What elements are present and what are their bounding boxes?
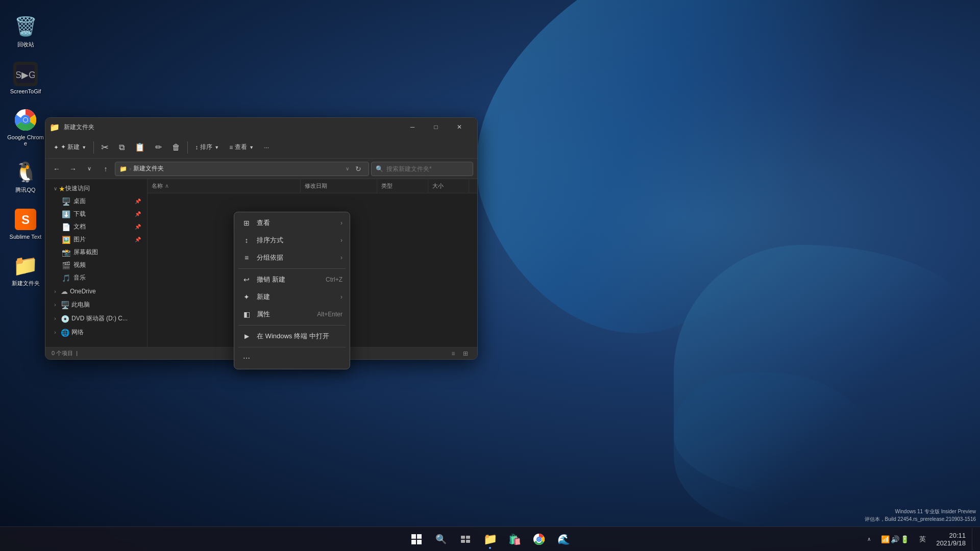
new-icon: ✦ <box>54 144 59 151</box>
documents-folder-icon: 📄 <box>62 223 70 231</box>
taskbar-tray-icons[interactable]: ∧ <box>863 534 875 544</box>
title-bar-controls: ─ □ ✕ <box>401 119 471 135</box>
address-folder-icon: 📁 <box>119 165 127 172</box>
view-icon: ≡ <box>229 144 233 151</box>
maximize-button[interactable]: □ <box>424 119 448 135</box>
new-dropdown-icon: ▼ <box>82 145 86 150</box>
dvd-header[interactable]: › 💿 DVD 驱动器 (D:) C... <box>47 312 145 325</box>
explorer-nav-bar: ← → ∨ ↑ 📁 › 新建文件夹 ∨ ↻ 🔍 <box>45 159 477 179</box>
ctx-terminal-icon: ▶ <box>241 331 252 341</box>
taskbar-taskview-button[interactable] <box>454 528 477 550</box>
desktop-icon-sublime[interactable]: S Sublime Text <box>5 203 46 244</box>
sidebar-item-videos[interactable]: 🎬 视频 <box>47 259 145 271</box>
this-pc-chevron: › <box>52 302 59 308</box>
pin-icon-documents: 📌 <box>135 224 141 230</box>
ctx-view-item[interactable]: ⊞ 查看 › <box>236 214 348 232</box>
col-name-header[interactable]: 名称 ∧ <box>148 179 301 193</box>
svg-rect-12 <box>417 540 422 544</box>
address-path: 新建文件夹 <box>133 164 164 173</box>
taskbar-search-button[interactable]: 🔍 <box>430 528 452 550</box>
title-bar-left: 📁 新建文件夹 <box>50 122 94 132</box>
quick-access-header[interactable]: ∨ ★ 快速访问 <box>47 182 145 195</box>
ctx-more-options-item[interactable]: ⋯ <box>236 349 348 367</box>
list-view-button[interactable]: ≡ <box>448 349 459 358</box>
search-input[interactable] <box>386 165 469 172</box>
taskbar-clock[interactable]: 20:11 2021/9/18 <box>932 531 970 548</box>
view-dropdown-icon: ▼ <box>249 145 254 150</box>
this-pc-label: 此电脑 <box>71 300 141 309</box>
grid-view-button[interactable]: ⊞ <box>460 349 471 358</box>
view-button[interactable]: ≡ 查看 ▼ <box>225 141 258 154</box>
sort-button[interactable]: ↕ 排序 ▼ <box>191 141 223 154</box>
ctx-group-arrow: › <box>340 254 342 261</box>
explorer-sidebar: ∨ ★ 快速访问 🖥️ 桌面 📌 ⬇️ 下载 📌 <box>45 179 148 347</box>
taskbar-fileexplorer-button[interactable]: 📁 <box>479 528 501 550</box>
up-button[interactable]: ↑ <box>99 162 113 176</box>
taskbar-store-button[interactable]: 🛍️ <box>503 528 526 550</box>
sidebar-item-screenshots[interactable]: 📸 屏幕截图 <box>47 246 145 259</box>
network-header[interactable]: › 🌐 网络 <box>47 326 145 339</box>
desktop-icon-new-folder[interactable]: 📁 新建文件夹 <box>5 249 46 291</box>
ctx-sort-item[interactable]: ↕ 排序方式 › <box>236 232 348 249</box>
back-button[interactable]: ← <box>50 162 64 176</box>
sidebar-item-desktop[interactable]: 🖥️ 桌面 📌 <box>47 195 145 208</box>
new-button[interactable]: ✦ ✦ 新建 ▼ <box>50 141 90 154</box>
search-bar[interactable]: 🔍 <box>371 162 473 176</box>
col-type-header[interactable]: 类型 <box>377 179 428 193</box>
address-bar[interactable]: 📁 › 新建文件夹 ∨ ↻ <box>115 162 369 176</box>
network-label: 网络 <box>71 328 141 337</box>
taskbar-edge-button[interactable]: 🌊 <box>552 528 575 550</box>
taskbar-language[interactable]: 英 <box>915 533 930 546</box>
more-button[interactable]: ··· <box>260 142 273 153</box>
ctx-properties-item[interactable]: ◧ 属性 Alt+Enter <box>236 306 348 323</box>
close-button[interactable]: ✕ <box>448 119 471 135</box>
taskbar-chrome-button[interactable] <box>528 528 550 550</box>
sidebar-item-pictures[interactable]: 🖼️ 图片 📌 <box>47 233 145 246</box>
refresh-button[interactable]: ↻ <box>352 163 364 175</box>
explorer-title-icon: 📁 <box>50 122 60 132</box>
desktop-icon-qq[interactable]: 🐧 腾讯QQ <box>5 156 46 198</box>
svg-rect-10 <box>417 534 422 539</box>
taskbar-network-icon[interactable]: 📶 🔊 🔋 <box>877 533 913 545</box>
onedrive-label: OneDrive <box>70 288 141 295</box>
ctx-terminal-item[interactable]: ▶ 在 Windows 终端 中打开 <box>236 328 348 345</box>
qq-icon: 🐧 <box>13 160 38 184</box>
toolbar-sep-1 <box>93 141 94 154</box>
screenshots-folder-icon: 📸 <box>62 248 70 257</box>
ctx-separator-2 <box>238 325 346 325</box>
forward-button[interactable]: → <box>66 162 80 176</box>
file-list-header: 名称 ∧ 修改日期 类型 大小 <box>148 179 477 193</box>
desktop-folder-icon: 🖥️ <box>62 197 70 206</box>
this-pc-header[interactable]: › 🖥️ 此电脑 <box>47 298 145 311</box>
svg-rect-13 <box>461 536 465 539</box>
col-date-header[interactable]: 修改日期 <box>301 179 377 193</box>
onedrive-icon: ☁ <box>61 287 68 295</box>
ctx-new-item[interactable]: ✦ 新建 › <box>236 288 348 306</box>
ctx-undo-item[interactable]: ↩ 撤销 新建 Ctrl+Z <box>236 271 348 288</box>
ctx-group-item[interactable]: ≡ 分组依据 › <box>236 249 348 266</box>
sidebar-item-music[interactable]: 🎵 音乐 <box>47 271 145 284</box>
taskbar: 🔍 📁 🛍️ <box>0 527 980 551</box>
minimize-button[interactable]: ─ <box>401 119 424 135</box>
col-size-header[interactable]: 大小 <box>428 179 469 193</box>
copy-button[interactable]: ⧉ <box>115 141 129 154</box>
onedrive-header[interactable]: › ☁ OneDrive <box>47 285 145 297</box>
svg-rect-15 <box>461 540 465 543</box>
recent-button[interactable]: ∨ <box>82 162 96 176</box>
ctx-new-arrow: › <box>340 293 342 300</box>
ctx-group-icon: ≡ <box>241 253 252 263</box>
desktop-icon-chrome[interactable]: Google Chrome <box>5 104 46 151</box>
taskbar-start-button[interactable] <box>405 528 428 550</box>
desktop-icon-recycle-bin[interactable]: 🗑️ 回收站 <box>5 10 46 53</box>
pin-icon-desktop: 📌 <box>135 198 141 204</box>
sidebar-item-documents[interactable]: 📄 文档 📌 <box>47 220 145 233</box>
desktop-icon-screentogif[interactable]: S▶G ScreenToGif <box>5 58 46 98</box>
delete-button[interactable]: 🗑 <box>168 141 184 154</box>
rename-button[interactable]: ✏ <box>151 140 166 154</box>
paste-button[interactable]: 📋 <box>131 140 149 154</box>
cut-button[interactable]: ✂ <box>97 140 113 155</box>
svg-rect-14 <box>466 536 470 539</box>
sidebar-item-downloads[interactable]: ⬇️ 下载 📌 <box>47 208 145 220</box>
ctx-undo-shortcut: Ctrl+Z <box>326 276 342 283</box>
show-desktop-button[interactable] <box>972 528 976 550</box>
